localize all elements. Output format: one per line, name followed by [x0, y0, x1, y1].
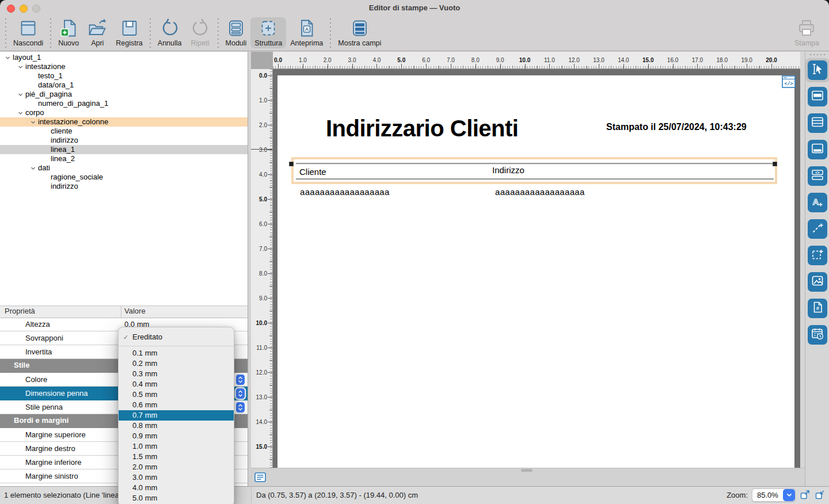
- add-image-tool[interactable]: [808, 272, 827, 292]
- annulla-button[interactable]: Annulla: [154, 17, 186, 48]
- page-viewport: Indirizzario Clienti Stampato il 25/07/2…: [273, 69, 800, 468]
- tree-item-linea-2[interactable]: linea_2: [0, 154, 248, 163]
- ruler-label: 18.0: [717, 57, 728, 63]
- menu-item-1-5-mm[interactable]: 1.5 mm: [119, 452, 234, 462]
- add-rect-tool[interactable]: [808, 246, 827, 265]
- report-page[interactable]: Indirizzario Clienti Stampato il 25/07/2…: [277, 75, 794, 468]
- tree-item-intestazione-colonne[interactable]: intestazione_colonne: [0, 117, 248, 127]
- menu-item-0-7-mm[interactable]: 0.7 mm: [119, 410, 234, 421]
- window-title: Editor di stampe — Vuoto: [0, 0, 829, 16]
- report-printed-date-text[interactable]: Stampato il 25/07/2024, 10:43:29: [606, 122, 747, 132]
- tree-item-data-ora-1[interactable]: data/ora_1: [0, 81, 248, 90]
- linea-2-element[interactable]: [296, 178, 774, 180]
- tools-panel-handle[interactable]: [810, 54, 825, 55]
- registra-button[interactable]: Registra: [112, 17, 147, 48]
- menu-item-0-6-mm[interactable]: 0.6 mm: [119, 400, 234, 410]
- menu-item-label: 5.0 mm: [132, 494, 157, 502]
- tree-item-ragione-sociale[interactable]: ragione_sociale: [0, 173, 248, 182]
- add-page-number-tool[interactable]: #: [808, 299, 827, 318]
- anteprima-button[interactable]: A Anteprima: [286, 17, 327, 48]
- chevron-down-icon[interactable]: [17, 91, 25, 98]
- band-code-badge-icon[interactable]: </>: [782, 75, 796, 90]
- moduli-button[interactable]: Moduli: [222, 17, 251, 48]
- line-handle-right[interactable]: [773, 162, 777, 166]
- band-detail-tool[interactable]: [808, 113, 827, 133]
- tree-item-indirizzo[interactable]: indirizzo: [0, 136, 248, 145]
- chevron-down-icon[interactable]: [30, 119, 38, 125]
- toolbar-separator: [218, 18, 219, 48]
- properties-col-value: Valore: [124, 307, 146, 315]
- menu-item-5-0-mm[interactable]: 5.0 mm: [119, 493, 234, 503]
- add-datetime-tool[interactable]: [808, 325, 827, 345]
- band-view-toggle-icon[interactable]: [254, 472, 266, 484]
- band-code-tool[interactable]: <>: [808, 166, 827, 186]
- mostra-campi-button[interactable]: Mostra campi: [334, 17, 385, 48]
- line-handle-left[interactable]: [289, 162, 294, 166]
- zoom-fit-expand-icon[interactable]: [800, 489, 811, 502]
- chevron-down-icon[interactable]: [30, 165, 38, 171]
- menu-item-2-0-mm[interactable]: 2.0 mm: [119, 462, 234, 472]
- select-tool[interactable]: [805, 58, 829, 82]
- apri-button[interactable]: Apri: [83, 17, 112, 48]
- tree-item-dati[interactable]: dati: [0, 163, 248, 173]
- struttura-button[interactable]: Struttura: [250, 17, 286, 48]
- value-dropdown-stepper-icon[interactable]: [236, 388, 245, 399]
- add-text-tool[interactable]: A: [808, 193, 827, 212]
- column-divider[interactable]: [121, 306, 121, 318]
- property-label: Stile: [14, 361, 29, 369]
- horizontal-scrollbar-thumb[interactable]: [521, 469, 533, 472]
- zoom-dropdown-button[interactable]: [783, 489, 795, 501]
- data-cell-ragione-sociale[interactable]: aaaaaaaaaaaaaaaaaa: [300, 187, 390, 197]
- tree-item-layout-1[interactable]: layout_1: [0, 53, 248, 62]
- column-header-indirizzo[interactable]: Indirizzo: [492, 165, 524, 175]
- ruler-label: 13.0: [256, 394, 267, 400]
- chevron-down-icon[interactable]: [5, 55, 13, 61]
- menu-item-0-8-mm[interactable]: 0.8 mm: [119, 421, 234, 431]
- menu-item-0-3-mm[interactable]: 0.3 mm: [119, 369, 234, 379]
- checkmark-icon: ✓: [123, 330, 128, 344]
- tree-item-testo-1[interactable]: testo_1: [0, 71, 248, 81]
- menu-item-0-5-mm[interactable]: 0.5 mm: [119, 390, 234, 400]
- menu-item-1-0-mm[interactable]: 1.0 mm: [119, 441, 234, 452]
- value-dropdown-stepper-icon[interactable]: [236, 402, 245, 413]
- tree-item-indirizzo[interactable]: indirizzo: [0, 182, 248, 191]
- property-label: Dimensione penna: [25, 389, 88, 398]
- value-dropdown-stepper-icon[interactable]: [236, 375, 245, 385]
- menu-item-0-4-mm[interactable]: 0.4 mm: [119, 379, 234, 390]
- band-footer-tool[interactable]: [808, 140, 827, 159]
- linea-1-element[interactable]: [296, 163, 774, 165]
- add-line-tool[interactable]: [808, 219, 827, 239]
- add-datetime-icon: [811, 327, 824, 343]
- menu-item-0-9-mm[interactable]: 0.9 mm: [119, 431, 234, 441]
- nuovo-button[interactable]: Nuovo: [54, 17, 83, 48]
- show-fields-icon: [349, 18, 370, 39]
- save-floppy-icon: [119, 18, 140, 39]
- menu-item-0-2-mm[interactable]: 0.2 mm: [119, 358, 234, 369]
- tree-item-pi-di-pagina[interactable]: pié_di_pagina: [0, 90, 248, 99]
- band-header-tool[interactable]: [808, 87, 827, 106]
- menu-item-3-0-mm[interactable]: 3.0 mm: [119, 472, 234, 483]
- menu-item-4-0-mm[interactable]: 4.0 mm: [119, 483, 234, 493]
- tree-item-cliente[interactable]: cliente: [0, 127, 248, 136]
- vertical-ruler-ticks: [270, 69, 272, 468]
- structure-icon: [258, 18, 279, 39]
- data-cell-indirizzo[interactable]: aaaaaaaaaaaaaaaaaa: [495, 187, 585, 197]
- zoom-combobox[interactable]: 85.0%: [752, 488, 796, 502]
- band-footer-icon: [811, 142, 824, 158]
- column-header-cliente[interactable]: Cliente: [299, 167, 326, 177]
- tree-item-corpo[interactable]: corpo: [0, 108, 248, 117]
- app-window: Editor di stampe — Vuoto Nascondi Nuovo …: [0, 0, 829, 504]
- zoom-fit-shrink-icon[interactable]: [815, 489, 826, 502]
- nascondi-button[interactable]: Nascondi: [9, 17, 47, 48]
- report-title-text[interactable]: Indirizzario Clienti: [326, 116, 518, 142]
- tree-item-label: layout_1: [13, 53, 41, 62]
- struttura-label: Struttura: [254, 39, 282, 47]
- tree-item-intestazione[interactable]: intestazione: [0, 62, 248, 71]
- menu-item-0-1-mm[interactable]: 0.1 mm: [119, 348, 234, 358]
- chevron-down-icon[interactable]: [17, 64, 25, 70]
- chevron-down-icon[interactable]: [17, 110, 25, 116]
- tree-item-label: data/ora_1: [38, 81, 74, 90]
- menu-item-ereditato[interactable]: ✓Ereditato: [119, 330, 234, 344]
- tree-item-linea-1[interactable]: linea_1: [0, 145, 248, 154]
- tree-item-numero-di-pagina-1[interactable]: numero_di_pagina_1: [0, 99, 248, 108]
